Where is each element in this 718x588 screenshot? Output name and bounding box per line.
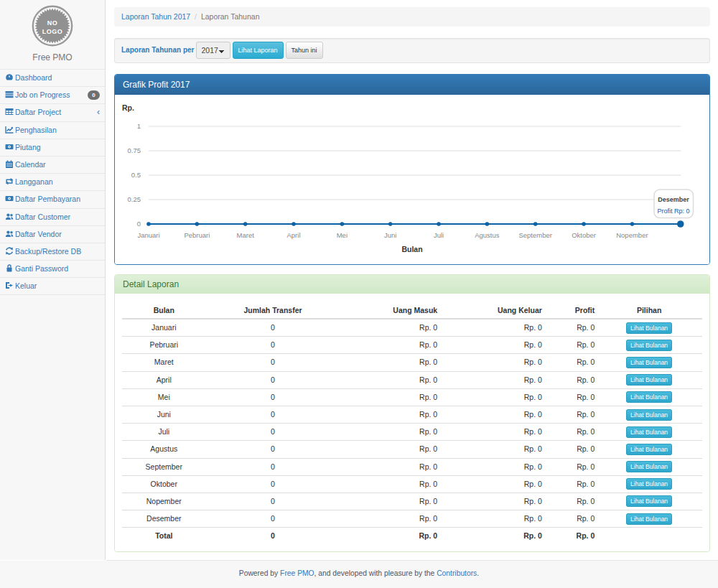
- svg-text:Profit Rp: 0: Profit Rp: 0: [657, 207, 689, 215]
- svg-text:1: 1: [137, 122, 141, 130]
- svg-text:Juli: Juli: [434, 231, 444, 239]
- svg-text:NO: NO: [47, 19, 58, 27]
- svg-text:Desember: Desember: [658, 196, 689, 203]
- svg-text:0.75: 0.75: [128, 146, 141, 154]
- svg-text:Mei: Mei: [337, 231, 348, 239]
- svg-text:Agustus: Agustus: [475, 231, 500, 239]
- svg-text:LOGO: LOGO: [42, 28, 63, 35]
- svg-text:Nopember: Nopember: [616, 231, 648, 239]
- svg-text:Oktober: Oktober: [572, 231, 596, 239]
- svg-text:April: April: [287, 231, 301, 239]
- svg-text:Januari: Januari: [137, 231, 159, 239]
- svg-text:Rp.: Rp.: [122, 103, 134, 112]
- svg-text:0: 0: [137, 220, 141, 228]
- svg-text:Bulan: Bulan: [401, 245, 422, 253]
- svg-text:September: September: [518, 231, 551, 239]
- svg-text:Maret: Maret: [237, 231, 255, 239]
- svg-text:Pebruari: Pebruari: [184, 231, 210, 239]
- svg-text:0.5: 0.5: [131, 171, 141, 179]
- svg-text:Juni: Juni: [384, 231, 396, 239]
- svg-text:0.25: 0.25: [128, 195, 141, 203]
